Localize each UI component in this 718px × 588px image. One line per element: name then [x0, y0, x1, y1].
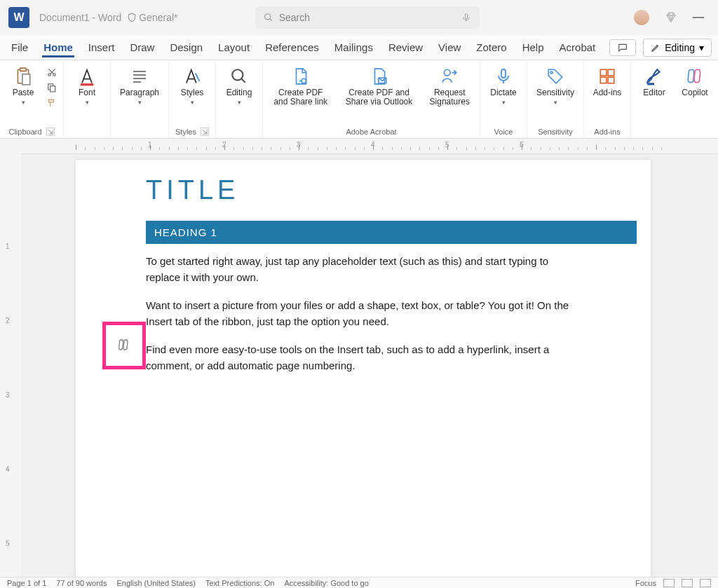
- create-pdf-outlook-button[interactable]: Create PDF and Share via Outlook: [337, 64, 421, 108]
- comment-icon: [617, 43, 628, 53]
- group-clipboard: Paste ▾ Clipboard⇲: [0, 60, 64, 138]
- create-pdf-share-link-button[interactable]: Create PDF and Share link: [267, 64, 334, 108]
- paragraph-icon: [130, 68, 149, 85]
- label: Sensitivity: [536, 88, 574, 97]
- copilot-button[interactable]: Copilot: [676, 64, 714, 99]
- svg-line-1: [269, 19, 271, 21]
- tab-mailings[interactable]: Mailings: [333, 37, 374, 57]
- group-acrobat: Create PDF and Share link Create PDF and…: [263, 60, 480, 138]
- copy-icon: [47, 83, 57, 93]
- group-paragraph: Paragraph ▾: [111, 60, 169, 138]
- group-voice: Dictate ▾ Voice: [480, 60, 527, 138]
- vertical-ruler[interactable]: 12345: [0, 154, 21, 577]
- paragraph-label: Paragraph: [120, 88, 159, 97]
- svg-point-21: [550, 71, 553, 74]
- clipboard-icon: [14, 66, 32, 87]
- svg-point-17: [302, 78, 306, 83]
- grid-icon: [598, 67, 616, 86]
- tab-review[interactable]: Review: [387, 37, 424, 57]
- tab-layout[interactable]: Layout: [217, 37, 251, 57]
- tag-icon: [546, 67, 564, 86]
- svg-point-19: [445, 69, 451, 76]
- text-predictions[interactable]: Text Predictions: On: [205, 579, 274, 587]
- editor-icon: [645, 67, 663, 86]
- user-avatar[interactable]: [634, 10, 649, 25]
- tab-design[interactable]: Design: [168, 37, 204, 57]
- tab-file[interactable]: File: [10, 37, 29, 57]
- search-box[interactable]: Search: [255, 6, 480, 29]
- addins-button[interactable]: Add-ins: [588, 64, 626, 99]
- ribbon: Paste ▾ Clipboard⇲ Font ▾ Paragra: [0, 60, 718, 139]
- language[interactable]: English (United States): [116, 579, 196, 587]
- paste-button[interactable]: Paste ▾: [4, 64, 42, 107]
- editing-mode-button[interactable]: Editing ▾: [643, 39, 712, 57]
- tab-help[interactable]: Help: [521, 37, 546, 57]
- sensitivity-indicator[interactable]: General*: [127, 12, 177, 23]
- svg-rect-25: [608, 77, 614, 83]
- chevron-down-icon: ▾: [699, 42, 704, 53]
- sensitivity-button[interactable]: Sensitivity ▾: [531, 64, 579, 107]
- premium-icon[interactable]: [665, 11, 677, 24]
- group-label: Adobe Acrobat: [346, 125, 396, 138]
- search-icon: [230, 67, 248, 86]
- tab-zotero[interactable]: Zotero: [475, 37, 508, 57]
- dialog-launcher[interactable]: ⇲: [46, 128, 55, 136]
- word-app-icon: W: [8, 7, 29, 28]
- group-label: Sensitivity: [538, 125, 573, 138]
- label: Create PDF and Share link: [271, 88, 330, 107]
- svg-point-15: [232, 69, 243, 80]
- editor-button[interactable]: Editor: [635, 64, 673, 99]
- document-area: 12345 TITLE HEADING 1 To get started rig…: [0, 154, 718, 577]
- word-count[interactable]: 77 of 90 words: [56, 579, 107, 587]
- editing-button[interactable]: Editing ▾: [220, 64, 258, 107]
- styles-icon: [182, 67, 202, 86]
- ribbon-tabs: File Home Insert Draw Design Layout Refe…: [0, 35, 718, 60]
- page-count[interactable]: Page 1 of 1: [7, 579, 46, 587]
- group-label: Styles: [175, 128, 196, 136]
- cut-button[interactable]: [45, 66, 59, 78]
- focus-mode[interactable]: Focus: [635, 579, 656, 587]
- paragraph[interactable]: To get started right away, just tap any …: [146, 254, 581, 285]
- chevron-down-icon: ▾: [138, 99, 142, 106]
- font-button[interactable]: Font ▾: [68, 64, 106, 107]
- pdf-link-icon: [291, 67, 311, 86]
- request-signatures-button[interactable]: Request Signatures: [424, 64, 475, 108]
- document-title-text[interactable]: TITLE: [146, 175, 581, 205]
- tab-home[interactable]: Home: [42, 37, 74, 57]
- group-addins: Add-ins Add-ins: [584, 60, 631, 138]
- group-editing: Editing ▾: [216, 60, 263, 138]
- label: Editor: [643, 88, 665, 97]
- copilot-margin-button[interactable]: [102, 322, 146, 369]
- view-print[interactable]: [682, 579, 693, 587]
- page[interactable]: TITLE HEADING 1 To get started right awa…: [76, 160, 651, 577]
- view-web[interactable]: [700, 579, 711, 587]
- group-styles: Styles ▾ Styles⇲: [169, 60, 216, 138]
- mic-icon[interactable]: [461, 13, 471, 22]
- group-editor: Editor Copilot: [631, 60, 718, 138]
- dictate-button[interactable]: Dictate ▾: [485, 64, 522, 107]
- svg-point-0: [264, 14, 270, 20]
- paragraph-button[interactable]: Paragraph ▾: [115, 64, 164, 107]
- tab-insert[interactable]: Insert: [87, 37, 116, 57]
- view-read[interactable]: [663, 579, 675, 587]
- paragraph[interactable]: Want to insert a picture from your files…: [146, 298, 581, 329]
- chevron-down-icon: ▾: [238, 99, 241, 106]
- accessibility[interactable]: Accessibility: Good to go: [284, 579, 368, 587]
- svg-rect-4: [20, 68, 27, 71]
- tab-acrobat[interactable]: Acrobat: [558, 37, 597, 57]
- copy-button[interactable]: [45, 81, 59, 94]
- brush-icon: [47, 98, 57, 108]
- tab-view[interactable]: View: [437, 37, 462, 57]
- tab-draw[interactable]: Draw: [128, 37, 156, 57]
- dialog-launcher[interactable]: ⇲: [201, 128, 209, 136]
- search-icon: [264, 13, 273, 22]
- styles-button[interactable]: Styles ▾: [173, 64, 211, 107]
- paragraph[interactable]: Find even more easy-to-use tools on the …: [146, 342, 581, 374]
- tab-references[interactable]: References: [264, 37, 320, 57]
- comments-button[interactable]: [609, 39, 636, 56]
- svg-rect-23: [608, 69, 614, 76]
- minimize-button[interactable]: [693, 17, 704, 18]
- heading-1[interactable]: HEADING 1: [146, 221, 637, 244]
- format-painter-button[interactable]: [45, 97, 59, 109]
- ruler[interactable]: 123456: [0, 139, 718, 154]
